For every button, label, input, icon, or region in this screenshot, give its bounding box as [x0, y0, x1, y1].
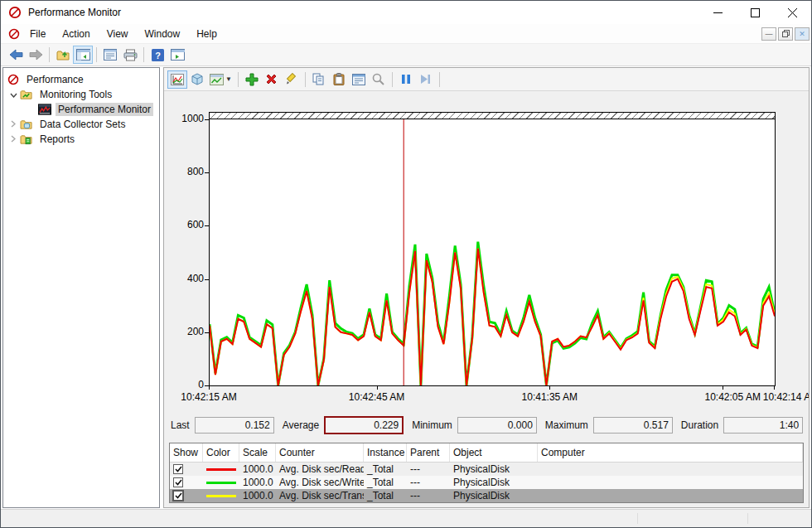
x-axis-tick — [209, 386, 210, 390]
toolbar-separator — [143, 47, 144, 62]
status-separator — [747, 513, 748, 524]
add-counter-button[interactable] — [242, 70, 262, 89]
counter-row-read[interactable]: 1000.0 Avg. Disk sec/Read _Total --- Phy… — [170, 463, 803, 476]
column-header-color[interactable]: Color — [203, 443, 239, 462]
show-checkbox[interactable] — [173, 491, 183, 501]
toolbar-separator — [49, 47, 50, 62]
tree-item-performance-monitor[interactable]: Performance Monitor — [3, 102, 159, 117]
show-checkbox[interactable] — [173, 464, 183, 474]
color-swatch — [206, 468, 236, 471]
stat-value: 1:40 — [723, 417, 803, 434]
scale-value: 1000.0 — [239, 463, 276, 476]
help-button[interactable]: ? — [147, 46, 167, 64]
menu-bar: File Action View Window Help — ✕ — [1, 24, 811, 44]
x-axis-label: 10:42:14 AM — [763, 391, 810, 403]
minimize-button[interactable] — [699, 1, 737, 24]
performance-monitor-panel: ▼ — [163, 67, 810, 508]
instance-value: _Total — [364, 463, 407, 476]
perfmon-app-icon — [8, 6, 22, 19]
color-swatch — [206, 495, 236, 497]
current-activity-icon — [171, 74, 184, 85]
zoom-button[interactable] — [369, 70, 389, 89]
menu-view[interactable]: View — [100, 25, 135, 43]
counter-row-write[interactable]: 1000.0 Avg. Disk sec/Write _Total --- Ph… — [170, 476, 803, 489]
chevron-collapsed-icon[interactable] — [7, 119, 20, 130]
menu-action[interactable]: Action — [56, 25, 96, 43]
y-axis-tick — [205, 119, 209, 120]
mdi-restore-button[interactable] — [778, 27, 793, 41]
x-axis-tick — [549, 386, 550, 390]
dropdown-caret-icon: ▼ — [225, 75, 232, 83]
column-header-parent[interactable]: Parent — [407, 443, 450, 462]
properties-dialog-button[interactable] — [349, 70, 369, 89]
y-axis-tick — [205, 279, 209, 280]
y-axis-label: 1000 — [169, 113, 204, 124]
tree-item-data-collector-sets[interactable]: Data Collector Sets — [3, 117, 159, 132]
mdi-minimize-button[interactable]: — — [761, 27, 776, 41]
highlight-button[interactable] — [282, 70, 302, 89]
change-graph-type-button[interactable]: ▼ — [207, 70, 234, 89]
computer-value — [538, 476, 803, 489]
printer-icon — [123, 49, 138, 61]
x-axis-tick — [774, 386, 775, 390]
chart-toolbar-separator — [238, 72, 239, 87]
close-icon — [788, 8, 797, 17]
view-log-data-button[interactable] — [187, 70, 207, 89]
tree-item-performance[interactable]: Performance — [3, 72, 159, 87]
export-list-button[interactable] — [120, 46, 140, 64]
maximize-icon — [751, 8, 760, 17]
stat-label: Average — [283, 419, 319, 431]
x-axis-tick — [377, 386, 378, 390]
column-header-computer[interactable]: Computer — [538, 443, 803, 462]
close-button[interactable] — [774, 1, 811, 24]
forward-button[interactable] — [26, 46, 46, 64]
computer-value — [538, 489, 803, 502]
menu-file[interactable]: File — [23, 25, 52, 43]
column-header-show[interactable]: Show — [170, 443, 203, 462]
object-value: PhysicalDisk — [450, 476, 538, 489]
chart-toolbar: ▼ — [164, 68, 809, 91]
instance-value: _Total — [364, 489, 407, 502]
tree-item-label: Performance — [24, 73, 86, 86]
column-header-scale[interactable]: Scale — [239, 443, 276, 462]
performance-root-icon — [7, 74, 20, 85]
show-console-tree-button[interactable] — [73, 46, 93, 64]
computer-value — [538, 463, 803, 476]
delete-counter-button[interactable] — [262, 70, 282, 89]
chevron-expanded-icon[interactable] — [7, 89, 20, 100]
up-one-level-button[interactable] — [53, 46, 73, 64]
y-axis-label: 600 — [169, 219, 204, 230]
properties-dialog-icon — [352, 74, 365, 85]
freeze-display-button[interactable] — [396, 70, 416, 89]
tree-item-monitoring-tools[interactable]: Monitoring Tools — [3, 87, 159, 102]
properties-button[interactable] — [100, 46, 120, 64]
line-chart[interactable] — [210, 119, 775, 385]
series-avg-disk-sec-write-x- — [210, 242, 775, 385]
maximize-button[interactable] — [737, 1, 774, 24]
data-collector-sets-folder-icon — [20, 119, 33, 130]
mdi-close-button[interactable]: ✕ — [795, 27, 810, 41]
column-header-counter[interactable]: Counter — [276, 443, 364, 462]
show-checkbox[interactable] — [173, 477, 183, 487]
column-header-instance[interactable]: Instance — [364, 443, 407, 462]
menu-window[interactable]: Window — [138, 25, 187, 43]
new-window-button[interactable] — [167, 46, 187, 64]
chart-toolbar-separator — [392, 72, 393, 87]
copy-properties-button[interactable] — [309, 70, 329, 89]
update-data-button[interactable] — [416, 70, 436, 89]
title-bar: Performance Monitor — [1, 1, 811, 24]
chevron-collapsed-icon[interactable] — [7, 133, 20, 145]
tree-item-label: Performance Monitor — [56, 103, 153, 116]
column-header-object[interactable]: Object — [450, 443, 538, 462]
help-icon: ? — [152, 49, 164, 61]
view-current-activity-button[interactable] — [167, 70, 187, 89]
object-value: PhysicalDisk — [450, 463, 538, 476]
back-button[interactable] — [6, 46, 26, 64]
y-axis-tick — [205, 225, 209, 226]
menu-help[interactable]: Help — [190, 25, 224, 43]
paste-icon — [333, 73, 345, 85]
console-tree-panel: Performance Monitoring Tools — [2, 67, 160, 508]
counter-row-transfer[interactable]: 1000.0 Avg. Disk sec/Transfer _Total ---… — [170, 489, 803, 502]
tree-item-reports[interactable]: Reports — [3, 132, 159, 147]
paste-counter-list-button[interactable] — [329, 70, 349, 89]
